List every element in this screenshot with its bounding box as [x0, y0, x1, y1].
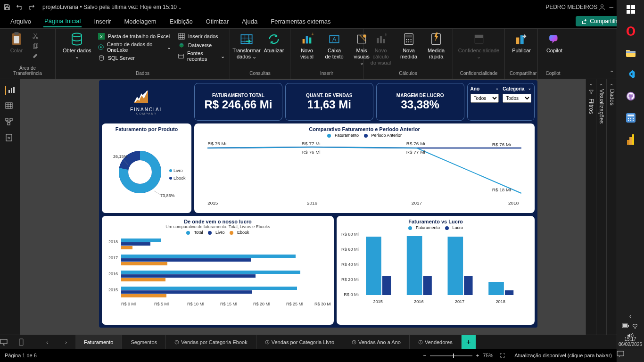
svg-rect-3	[14, 36, 19, 43]
tab-ajuda[interactable]: Ajuda	[241, 16, 258, 27]
kpi-margem[interactable]: MARGEM DE LUCRO33,38%	[376, 83, 464, 121]
chart-line[interactable]: Comparativo Faturamento e Período Anteri…	[194, 123, 535, 213]
dataverse-button[interactable]: Dataverse	[178, 41, 225, 49]
collapse-ribbon-icon[interactable]: ⌃	[610, 70, 614, 76]
slicer-ano[interactable]: Todos	[471, 94, 499, 103]
quick-measure-button[interactable]: Medida rápida	[424, 31, 448, 61]
explorer-icon[interactable]	[624, 46, 637, 59]
page-tab-anoano[interactable]: Vendas Ano a Ano	[343, 335, 410, 349]
fit-page-icon[interactable]: ⛶	[500, 353, 505, 358]
slicer-categoria[interactable]: Todos	[503, 94, 531, 103]
kpi-faturamento[interactable]: FATURAMENTO TOTALR$ 246,66 Mi	[194, 83, 282, 121]
opera-icon[interactable]	[624, 25, 637, 38]
onelake-icon	[98, 43, 104, 51]
save-icon[interactable]	[4, 4, 10, 10]
vscode-icon[interactable]	[624, 68, 637, 81]
wifi-icon[interactable]	[632, 323, 638, 329]
model-view-icon[interactable]	[5, 118, 15, 127]
excel-source-button[interactable]: XPasta de trabalho do Excel	[98, 33, 171, 40]
svg-point-33	[411, 39, 412, 40]
onelake-button[interactable]: Centro de dados do OneLake ⌄	[98, 41, 171, 53]
page-tab-vendedores[interactable]: Vendedores	[410, 335, 462, 349]
calculator-app-icon[interactable]	[624, 111, 637, 124]
dataverse-icon	[178, 41, 185, 49]
insert-data-button[interactable]: Inserir dados	[178, 33, 225, 40]
minimize-button[interactable]: ─	[609, 4, 613, 10]
svg-rect-42	[8, 90, 10, 93]
pane-dados[interactable]: ‹Dados	[606, 79, 617, 335]
sensitivity-button[interactable]: Confidencialidade ⌄	[458, 31, 500, 61]
tab-arquivo[interactable]: Arquivo	[9, 16, 32, 27]
svg-point-57	[169, 169, 172, 172]
transform-data-button[interactable]: Transformar dados ⌄	[235, 31, 258, 61]
tab-ferramentas[interactable]: Ferramentas externas	[270, 16, 331, 27]
chart-columns[interactable]: Faturamento vs Lucro Faturamento Lucro R…	[337, 216, 535, 325]
pane-visualizacoes[interactable]: ‹Visualizações	[596, 79, 606, 335]
tab-otimizar[interactable]: Otimizar	[205, 16, 230, 27]
tray-expand-icon[interactable]: ‹	[629, 313, 631, 320]
tab-pagina-inicial[interactable]: Página Inicial	[43, 16, 82, 27]
zoom-control[interactable]: − + 75% ⛶	[423, 353, 505, 358]
recent-sources-button[interactable]: Fontes recentes ⌄	[178, 50, 225, 62]
notifications-icon[interactable]	[617, 351, 644, 357]
svg-point-12	[100, 46, 102, 48]
prev-page-icon[interactable]: ‹	[38, 339, 57, 345]
svg-rect-40	[516, 38, 519, 44]
paste-button[interactable]: Colar	[5, 31, 28, 55]
tab-inserir[interactable]: Inserir	[93, 16, 112, 27]
desktop-view-icon[interactable]	[0, 339, 19, 346]
cut-icon[interactable]	[32, 33, 39, 39]
mobile-view-icon[interactable]	[19, 338, 38, 346]
svg-point-52	[128, 160, 152, 184]
user-name[interactable]: PEDRO MEDEIROS	[545, 4, 605, 11]
report-canvas[interactable]: FINANCIAL COMPANY FATURAMENTO TOTALR$ 24…	[99, 80, 537, 328]
textbox-button[interactable]: A Caixa de texto	[322, 31, 346, 61]
clock[interactable]: 15:17 06/02/2025	[617, 337, 644, 357]
report-view-icon[interactable]	[5, 86, 15, 95]
table-view-icon[interactable]	[5, 102, 15, 111]
svg-text:R$ 76 Mi: R$ 76 Mi	[302, 149, 321, 154]
file-name: projetoLivraria • Salvo pela última vez:…	[42, 4, 182, 10]
windows-icon[interactable]	[624, 3, 637, 16]
sqlserver-button[interactable]: SQL Server	[98, 54, 171, 62]
svg-text:2017: 2017	[455, 299, 464, 304]
zoom-out-icon[interactable]: −	[423, 353, 426, 358]
copy-icon[interactable]	[32, 43, 39, 49]
next-page-icon[interactable]: ›	[57, 339, 75, 345]
chart-donut[interactable]: Faturamento por Produto 26,15% 73,85% Li…	[102, 123, 191, 213]
database-icon	[69, 32, 84, 47]
format-painter-icon[interactable]	[32, 53, 39, 60]
powerbi-icon[interactable]	[624, 133, 637, 146]
svg-text:R$ 80 Mi: R$ 80 Mi	[341, 232, 359, 237]
publish-button[interactable]: Publicar	[510, 31, 533, 55]
page-tab-livro[interactable]: Vendas por Categoria Livro	[256, 335, 343, 349]
page-tab-segmentos[interactable]: Segmentos	[122, 335, 166, 349]
get-data-button[interactable]: Obter dados ⌄	[60, 31, 94, 61]
new-visual-button[interactable]: + Novo visual	[295, 31, 319, 61]
right-panes: ‹Filtros ‹Visualizações ‹Dados	[586, 79, 617, 335]
add-page-button[interactable]: +	[462, 335, 476, 349]
new-visual-calc-button[interactable]: fx Novo cálculo do visual	[368, 31, 393, 67]
zoom-in-icon[interactable]: +	[476, 353, 479, 358]
kpi-vendas[interactable]: QUANT. DE VENDAS11,63 Mi	[285, 83, 373, 121]
dax-view-icon[interactable]: fx	[5, 134, 15, 143]
svg-rect-85	[121, 287, 297, 290]
page-tab-faturamento[interactable]: Faturamento	[75, 335, 122, 349]
chart-bars[interactable]: De onde vem o nosso lucro Um comparativo…	[102, 216, 334, 325]
sensitivity-icon	[471, 32, 487, 47]
sql-icon	[98, 54, 105, 62]
svg-text:R$ 0 Mi: R$ 0 Mi	[344, 292, 359, 297]
svg-point-0	[601, 5, 603, 7]
tab-exibicao[interactable]: Exibição	[168, 16, 193, 27]
tab-modelagem[interactable]: Modelagem	[124, 16, 157, 27]
battery-icon[interactable]	[622, 323, 629, 329]
pane-filtros[interactable]: ‹Filtros	[586, 79, 596, 335]
update-available[interactable]: Atualização disponível (clique para baix…	[514, 353, 612, 358]
copilot-button[interactable]: Copilot	[543, 31, 566, 55]
refresh-button[interactable]: Atualizar	[262, 31, 286, 55]
undo-icon[interactable]	[16, 4, 23, 10]
github-icon[interactable]	[624, 90, 637, 103]
page-tab-ebook[interactable]: Vendas por Categoria Ebook	[166, 335, 256, 349]
redo-icon[interactable]	[28, 4, 35, 10]
new-measure-button[interactable]: Nova medida	[397, 31, 421, 61]
